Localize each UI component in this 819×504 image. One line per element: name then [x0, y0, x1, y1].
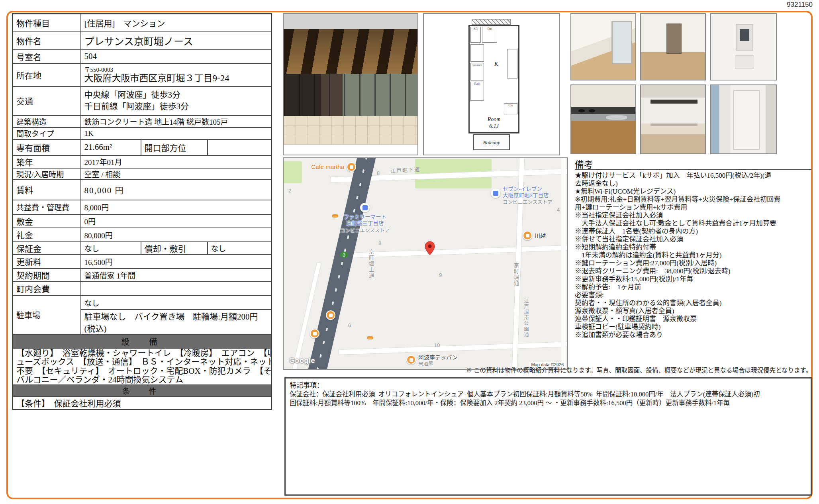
block-number: 2: [288, 188, 291, 194]
floorplan-kitchen-label: K: [494, 61, 498, 67]
poi-seveneleven-category: コンビニエンスストア: [503, 199, 553, 206]
floor-plan: SB Ent Lavatory Bath K Clo Room 6.1J Bal…: [423, 13, 560, 155]
table-row: 現況/入居時期 空室 / 相談: [13, 168, 272, 180]
room-no-label: 号室名: [13, 50, 81, 63]
key-money-value: 80,000円: [81, 228, 272, 242]
conditions-section-header: 条 件: [13, 385, 272, 396]
parking-value-1: なし: [81, 296, 272, 310]
contract-period-label: 契約期間: [13, 269, 81, 282]
counter-edge: [650, 124, 698, 126]
street-label-kyomachibori: 京町堀通: [512, 263, 520, 286]
maintenance-fee-label: 共益費・管理費: [13, 200, 81, 214]
parking-value-2: 駐車場なし バイク置き場 駐輪場:月額200円(税込): [81, 310, 272, 334]
remarks-title: 備考: [575, 157, 593, 171]
special-notes-body: 保証会社：保証会社利用必須 オリコフォレントインシュア 個人基本プラン初回保証料…: [290, 390, 807, 408]
photo-kitchen-stove: [570, 84, 636, 154]
floorplan-balcony: Balcony: [473, 134, 510, 150]
block-number: 6: [348, 322, 351, 328]
restaurant-icon: [326, 310, 335, 320]
layout-type-value: 1K: [81, 127, 272, 139]
status-value: 空室 / 相談: [81, 168, 272, 180]
table-row: 賃料 80,000 円: [13, 180, 272, 200]
photo-bedroom-window: [611, 21, 632, 64]
equipment-text: 【水廻り】 浴室乾燥機・シャワートイレ 【冷暖房】 エアコン 【収納】 シ ュー…: [13, 348, 272, 385]
table-row: 築年 2017年01月: [13, 155, 272, 168]
table-row: 敷金 0円: [13, 214, 272, 228]
maintenance-fee-value: 8,000円: [81, 200, 272, 214]
table-row: 礼金 80,000円: [13, 228, 272, 242]
layout-type-label: 間取タイプ: [13, 127, 81, 139]
table-row: 契約期間 普通借家 1年間: [13, 269, 272, 282]
property-type-label: 物件種目: [13, 14, 81, 32]
floorplan-lavatory: Lavatory: [470, 63, 484, 80]
structure-label: 建築構造: [13, 116, 81, 127]
equipment-section-header: 設 備: [13, 334, 272, 348]
table-row: 更新料 16,500円: [13, 255, 272, 269]
poi-awaza-teppan-category: 居酒屋: [418, 361, 433, 367]
table-row: 建築構造 鉄筋コンクリート造 地上14階 総戸数105戸: [13, 116, 272, 127]
floorplan-room-label: Room 6.1J: [470, 116, 518, 129]
renewal-fee-label: 更新料: [13, 255, 81, 269]
area-value: 21.66m²: [81, 139, 141, 155]
poi-awaza-teppan-label: 阿波座テッパン: [418, 354, 458, 361]
poi-cafe-label: Cafe martha: [293, 164, 344, 170]
izakaya-icon: [406, 355, 416, 365]
area-label: 専有面積: [13, 139, 81, 155]
table-row: 間取タイプ 1K: [13, 127, 272, 139]
map-pin-icon: [425, 241, 435, 255]
photo-bedroom: [570, 13, 636, 80]
parking-label: 駐車場: [13, 296, 81, 334]
town-fee-label: 町内会費: [13, 282, 81, 296]
table-row: 物件種目 [住居用] マンション: [13, 14, 272, 32]
guarantee-money-value: なし: [81, 242, 141, 255]
block-number: 8: [378, 240, 381, 246]
table-row: 交通 中央線「阿波座」徒歩3分 千日前線「阿波座」徒歩3分: [13, 86, 272, 116]
property-name-label: 物件名: [13, 32, 81, 50]
table-row: 町内会費: [13, 282, 272, 296]
deposit-label: 敷金: [13, 214, 81, 228]
restaurant-icon: [523, 231, 532, 240]
amortization-value: なし: [208, 242, 272, 255]
renewal-fee-value: 16,500円: [81, 255, 272, 269]
cafe-icon: [347, 162, 356, 172]
floorplan-shoebox: SB: [470, 27, 481, 43]
restaurant-icon: [310, 329, 319, 338]
property-datasheet: 9321150 物件種目 [住居用] マンション 物件名 プレサンス京町堀ノース…: [0, 0, 819, 504]
floorplan-kitchen-units: [507, 49, 517, 78]
poi-familymart-label: ファミリーマート 京町堀三丁目店: [334, 214, 396, 227]
convenience-store-icon: [360, 203, 370, 212]
block-number: 4: [557, 207, 560, 213]
property-type-value: [住居用] マンション: [81, 14, 272, 32]
photo-kitchen-cabinets: [640, 84, 706, 154]
street-label-kyomachibori-kami: 京町堀上通: [367, 249, 375, 279]
stove-burner: [578, 109, 585, 112]
block-number: 9: [439, 272, 442, 278]
table-row: 【条件】 保証会社利用必須: [13, 396, 272, 410]
stove-burner: [589, 109, 595, 112]
table-row: 号室名 504: [13, 50, 272, 63]
photo-entrance-door: [710, 84, 777, 154]
remarks-divider: [575, 169, 811, 170]
conditions-text: 【条件】 保証会社利用必須: [13, 396, 272, 410]
property-table: 物件種目 [住居用] マンション 物件名 プレサンス京町堀ノース 号室名 504…: [12, 13, 272, 410]
range-hood-edge: [650, 100, 698, 104]
built-year-value: 2017年01月: [81, 155, 272, 168]
address-value: 〒550-0003 大阪府大阪市西区京町堀３丁目9-24: [81, 63, 272, 86]
table-row: 駐車場 なし: [13, 296, 272, 310]
floorplan-entrance: Ent: [482, 27, 497, 43]
property-name-value: プレサンス京町堀ノース: [81, 32, 272, 50]
floorplan-bath: Bath: [470, 82, 484, 101]
document-number: 9321150: [753, 1, 813, 9]
street-label-edobori-shita: 江戸堀下通: [390, 165, 421, 175]
address-text: 大阪府大阪市西区京町堀３丁目9-24: [84, 73, 268, 84]
floorplan-outline: SB Ent Lavatory Bath K Clo Room 6.1J: [468, 25, 519, 133]
transport-label: 交通: [13, 86, 81, 116]
table-row: 専有面積 21.66m² 開口部方位: [13, 139, 272, 155]
floorplan-toilet: [470, 44, 484, 62]
map-road: [561, 157, 566, 370]
table-row: 保証金 なし 償却・敷引 なし: [13, 242, 272, 255]
map-road: [339, 341, 568, 355]
transport-value: 中央線「阿波座」徒歩3分 千日前線「阿波座」徒歩3分: [81, 86, 272, 116]
photo-hallway: [640, 13, 706, 80]
street-label-edobori-park: 江戸堀南公園通: [523, 298, 529, 337]
